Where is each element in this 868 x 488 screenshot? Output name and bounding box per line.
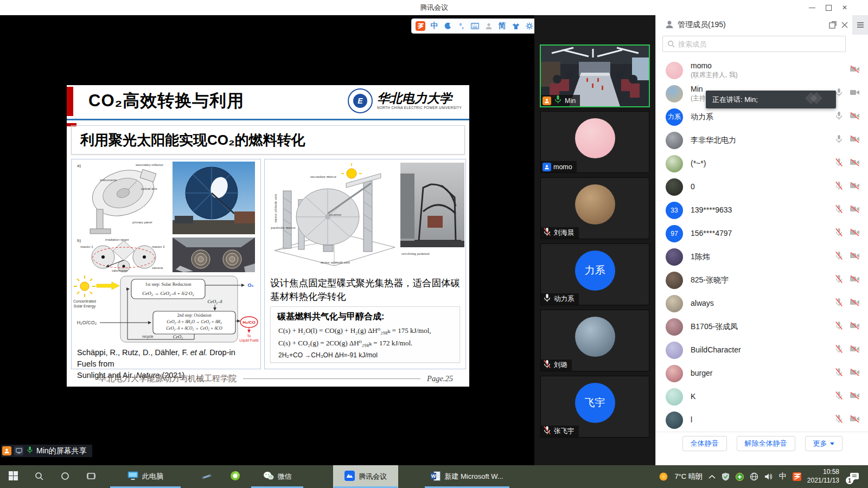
security-shield-icon[interactable] — [722, 472, 730, 481]
mic-muted-icon[interactable] — [834, 204, 844, 216]
mic-muted-icon[interactable] — [834, 274, 844, 286]
mic-muted-icon[interactable] — [834, 228, 844, 239]
popout-icon[interactable] — [827, 20, 838, 30]
member-search-box[interactable] — [662, 36, 846, 52]
taskbar-browser-360-icon[interactable] — [224, 465, 246, 488]
video-tile-5[interactable]: 刘璐 — [541, 310, 649, 371]
close-panel-icon[interactable] — [839, 20, 850, 30]
member-avatar — [666, 248, 683, 266]
close-button[interactable]: ✕ — [837, 0, 853, 15]
search-input[interactable] — [677, 40, 845, 49]
mic-on-icon[interactable] — [834, 134, 844, 146]
ime-mode-indicator[interactable]: 中 — [779, 472, 787, 481]
keyboard-icon[interactable] — [470, 22, 480, 31]
camera-off-icon[interactable] — [850, 322, 860, 332]
mic-muted-icon[interactable] — [834, 158, 844, 169]
camera-off-icon[interactable] — [850, 345, 860, 355]
camera-off-icon[interactable] — [850, 252, 860, 262]
mic-muted-icon[interactable] — [834, 344, 844, 356]
camera-off-icon[interactable] — [850, 112, 860, 122]
tray-chevron-up-icon[interactable] — [709, 474, 716, 479]
sogou-logo-icon[interactable] — [416, 21, 425, 31]
camera-off-icon[interactable] — [850, 228, 860, 239]
member-row[interactable]: 33139****9633 — [656, 198, 868, 222]
video-tile-1[interactable]: Min — [541, 46, 649, 106]
video-tile-4[interactable]: 力系 动力系 — [541, 244, 649, 305]
mic-muted-icon[interactable] — [834, 298, 844, 309]
camera-off-icon[interactable] — [850, 135, 860, 145]
mic-muted-icon[interactable] — [834, 391, 844, 402]
ime-punctuation[interactable]: °‚ — [457, 22, 466, 31]
member-row[interactable]: (*~*) — [656, 152, 868, 175]
camera-off-icon[interactable] — [850, 65, 860, 75]
clock[interactable]: 10:582021/11/13 — [807, 468, 839, 485]
ime-toolbar[interactable]: 中 °‚ 简 — [411, 18, 538, 34]
mic-muted-icon[interactable] — [834, 414, 844, 426]
taskbar-word-button[interactable]: W新建 Microsoft W... — [424, 465, 510, 488]
member-row[interactable]: burger — [656, 362, 868, 385]
taskbar-tencent-meeting-button[interactable]: 腾讯会议 — [333, 465, 398, 488]
mute-all-button[interactable]: 全体静音 — [682, 436, 727, 451]
member-row[interactable]: BuildCharacter — [656, 338, 868, 362]
camera-off-icon[interactable] — [850, 298, 860, 309]
taskbar-explorer-button[interactable]: 此电脑 — [110, 465, 181, 488]
university-logo: E 华北电力大学 NORTH CHINA ELECTRIC POWER UNIV… — [348, 88, 462, 113]
mic-muted-icon[interactable] — [834, 251, 844, 262]
member-row[interactable]: K — [656, 385, 868, 408]
speaker-icon[interactable] — [764, 473, 773, 480]
mic-muted-icon[interactable] — [834, 368, 844, 379]
member-row[interactable]: l — [656, 408, 868, 432]
taskbar-start-icon[interactable] — [0, 465, 26, 488]
member-row[interactable]: 0 — [656, 175, 868, 198]
camera-off-icon[interactable] — [850, 182, 860, 192]
taskbar-scanner-icon[interactable] — [195, 465, 218, 488]
member-row[interactable]: 97156****4797 — [656, 222, 868, 245]
weather-text[interactable]: 7°C 晴朗 — [674, 472, 702, 481]
taskbar-task-view-icon[interactable] — [78, 465, 104, 488]
red-accent-bar — [67, 87, 73, 116]
taskbar-wechat-button[interactable]: 微信 — [251, 465, 304, 488]
skin-icon[interactable] — [511, 22, 520, 31]
antivirus-icon[interactable] — [736, 473, 744, 481]
camera-off-icon[interactable] — [850, 158, 860, 169]
member-row[interactable]: 825-张晓宇 — [656, 268, 868, 292]
camera-off-icon[interactable] — [850, 368, 860, 378]
mic-muted-icon[interactable] — [834, 321, 844, 332]
svg-text:reactor 1: reactor 1 — [80, 245, 93, 248]
camera-off-icon[interactable] — [850, 205, 860, 215]
member-row[interactable]: momo(联席主持人, 我) — [656, 59, 868, 82]
video-tile-6[interactable]: 飞宇 张飞宇 — [541, 376, 649, 437]
member-row[interactable]: 力系动力系 — [656, 105, 868, 129]
member-avatar — [666, 132, 683, 149]
sogou-tray-icon[interactable] — [793, 472, 801, 481]
member-row[interactable]: 1陈炜 — [656, 245, 868, 268]
video-tile-3[interactable]: 刘海晨 — [541, 178, 649, 239]
camera-off-icon[interactable] — [850, 275, 860, 285]
ime-simplified[interactable]: 简 — [497, 22, 507, 31]
mic-on-icon[interactable] — [834, 111, 844, 123]
member-row[interactable]: always — [656, 292, 868, 315]
mic-muted-icon[interactable] — [834, 181, 844, 192]
restore-button[interactable] — [820, 0, 837, 15]
camera-off-icon[interactable] — [850, 415, 860, 425]
video-tiles-column: Min momo 刘海晨力系 动力系 刘璐飞宇 张飞宇 — [534, 15, 655, 465]
video-tile-2[interactable]: momo — [541, 112, 649, 172]
more-button[interactable]: 更多 — [805, 436, 843, 451]
panel-menu-button[interactable] — [852, 15, 868, 35]
minimize-button[interactable]: — — [804, 0, 820, 15]
moon-icon[interactable] — [443, 22, 452, 31]
settings-gear-icon[interactable] — [525, 22, 534, 31]
camera-off-icon[interactable] — [850, 391, 860, 402]
weather-sun-icon[interactable] — [659, 472, 668, 481]
user-icon[interactable] — [484, 22, 493, 31]
taskbar-search-icon[interactable] — [26, 465, 52, 488]
unmute-all-button[interactable]: 解除全体静音 — [737, 436, 795, 451]
ime-lang-zh[interactable]: 中 — [430, 22, 439, 31]
member-role-badge-icon — [542, 97, 551, 105]
member-row[interactable]: 李非华北电力 — [656, 129, 868, 152]
notification-center-icon[interactable]: 1 — [845, 465, 864, 488]
taskbar-cortana-icon[interactable] — [52, 465, 78, 488]
network-globe-icon[interactable] — [750, 472, 758, 481]
member-row[interactable]: B1705-张成凤 — [656, 315, 868, 338]
camera-on-icon[interactable] — [850, 88, 860, 99]
